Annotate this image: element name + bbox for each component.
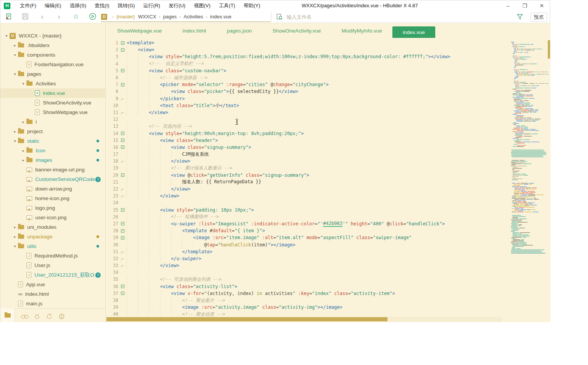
code-line-36[interactable]: 36<view class="activity-list">	[106, 283, 510, 290]
fold-marker-icon[interactable]	[118, 139, 127, 142]
code-line-33[interactable]: 33</view>	[106, 262, 510, 269]
code-line-27[interactable]: 27<u-swiper :list="ImagesList" :indicato…	[106, 220, 510, 227]
breadcrumb-segment-0[interactable]: WXXCX	[138, 14, 156, 20]
code-line-31[interactable]: 31</template>	[106, 248, 510, 255]
code-line-28[interactable]: 28<template #default="{ item }">	[106, 227, 510, 234]
menu-item-2[interactable]: 选择(S)	[65, 1, 90, 11]
fold-marker-icon[interactable]	[118, 285, 127, 288]
horizontal-scrollbar-thumb[interactable]	[106, 317, 387, 321]
code-line-30[interactable]: 30@tap="handleClick(item)"></image>	[106, 241, 510, 248]
tree-item-user-2024121215-o...[interactable]: JUser_2024121215_获取O...?	[0, 270, 105, 280]
tree-item-components[interactable]: ▾components	[0, 50, 105, 60]
tree-item-static[interactable]: ▾static	[0, 136, 105, 146]
tree-item-banner-image-url.png[interactable]: banner-image-url.png	[0, 165, 105, 174]
code-line-16[interactable]: 16<view class="signup-summary">	[106, 144, 510, 151]
tree-item-requiredmethod.js[interactable]: JRequiredMethod.js	[0, 251, 105, 261]
code-line-6[interactable]: 6<!-- 城市选择器 -->	[106, 74, 510, 81]
fold-marker-icon[interactable]	[118, 48, 127, 52]
search-pane-icon[interactable]	[19, 311, 31, 322]
code-line-7[interactable]: 7<picker mode="selector" :range="cities"…	[106, 81, 510, 88]
code-line-12[interactable]: 12	[106, 116, 510, 123]
close-icon[interactable]: ✕	[538, 3, 545, 9]
chevron-right-icon[interactable]: ▸	[20, 148, 26, 153]
editor-tab-modifymyinfo-vue[interactable]: ModifyMyInfo.vue	[331, 24, 392, 38]
fold-marker-icon[interactable]	[118, 145, 127, 149]
chevron-right-icon[interactable]: ▸	[12, 235, 18, 239]
code-line-13[interactable]: 13<!-- 页面内容 -->	[106, 123, 510, 130]
menu-item-5[interactable]: 运行(R)	[139, 1, 164, 11]
tree-item-logo.png[interactable]: logo.png	[0, 203, 105, 213]
code-view[interactable]: 1<template>2<view>3<view style="height:5…	[106, 39, 510, 318]
tree-item-showoneactivity.vue[interactable]: VShowOneActivity.vue	[0, 98, 105, 108]
tree-item-project[interactable]: ▸project	[0, 127, 105, 136]
code-line-26[interactable]: 26<!-- 轮播图组件 -->	[106, 213, 510, 220]
tree-item-images[interactable]: ▸images	[0, 155, 105, 165]
menu-item-6[interactable]: 发行(U)	[164, 1, 189, 11]
code-line-1[interactable]: 1<template>	[106, 39, 510, 46]
editor-tab-index-vue[interactable]: index.vue	[392, 26, 435, 38]
code-line-2[interactable]: 2<view>	[106, 46, 510, 53]
tree-item-home-icon.png[interactable]: home-icon.png	[0, 194, 105, 203]
web-globe-icon[interactable]	[56, 311, 68, 322]
save-icon[interactable]	[21, 12, 29, 21]
fold-marker-icon[interactable]	[118, 132, 127, 135]
breadcrumb-segment-1[interactable]: pages	[163, 14, 176, 20]
tree-item-app.vue[interactable]: VApp.vue	[0, 280, 105, 289]
code-line-15[interactable]: 15<view class="header">	[106, 137, 510, 144]
code-line-5[interactable]: 5<view class="custom-navbar">	[106, 67, 510, 74]
code-line-25[interactable]: 25<view style="padding: 10px 10px;">	[106, 207, 510, 213]
tree-item-.hbuilderx[interactable]: ▸.hbuilderx	[0, 41, 105, 50]
fold-marker-icon[interactable]	[118, 208, 127, 212]
menu-item-9[interactable]: 帮助(Y)	[239, 1, 264, 11]
fold-marker-icon[interactable]	[118, 222, 127, 225]
filter-funnel-icon[interactable]	[516, 13, 523, 20]
code-line-34[interactable]: 34	[106, 269, 510, 276]
file-search[interactable]	[273, 12, 518, 22]
menu-item-1[interactable]: 编辑(E)	[41, 1, 65, 11]
breadcrumb-branch[interactable]: {master}	[116, 14, 135, 20]
editor-tab-showwebpage-vue[interactable]: ShowWebpage.vue	[107, 24, 172, 38]
code-line-24[interactable]: 24	[106, 199, 510, 206]
code-line-9[interactable]: 9</picker>	[106, 95, 510, 102]
tree-item-activities[interactable]: ▾Activities	[0, 79, 105, 88]
run-icon[interactable]	[88, 12, 97, 21]
debug-bug-icon[interactable]	[31, 311, 43, 322]
chevron-down-icon[interactable]: ▾	[20, 81, 26, 86]
preview-button[interactable]: 预览	[531, 13, 547, 22]
fold-marker-icon[interactable]	[118, 69, 127, 72]
minimap[interactable]	[510, 39, 548, 322]
tree-item-customerserviceqrcode...[interactable]: CustomerServiceQRCode...?	[0, 174, 105, 184]
code-line-17[interactable]: 17CJM报名系统	[106, 151, 510, 158]
menu-item-0[interactable]: 文件(F)	[16, 1, 41, 11]
chevron-down-icon[interactable]: ▾	[12, 139, 18, 143]
code-line-32[interactable]: 32</u-swiper>	[106, 255, 510, 262]
chevron-down-icon[interactable]: ▾	[3, 34, 10, 38]
history-refresh-icon[interactable]	[43, 311, 56, 322]
tree-item-unpackage[interactable]: ▸unpackage	[0, 232, 105, 241]
chevron-right-icon[interactable]: ▸	[12, 43, 18, 47]
forward-icon[interactable]: ›	[55, 12, 63, 21]
code-line-23[interactable]: 23</view>	[106, 192, 510, 199]
chevron-down-icon[interactable]: ▾	[12, 72, 18, 76]
horizontal-scrollbar[interactable]	[106, 317, 502, 322]
tree-item-index.vue[interactable]: Vindex.vue	[0, 88, 105, 98]
fold-marker-icon[interactable]	[118, 173, 127, 177]
bookmark-star-icon[interactable]: ☆	[72, 12, 80, 21]
new-file-icon[interactable]	[4, 12, 13, 21]
code-line-39[interactable]: 39<image :src="activity.image" class="ac…	[106, 304, 510, 311]
chevron-right-icon[interactable]: ▸	[12, 129, 18, 134]
code-line-35[interactable]: 35<!-- 可滚动的聚会列表 -->	[106, 276, 510, 283]
fold-marker-icon[interactable]	[118, 229, 127, 233]
tree-item-i[interactable]: ▸i	[0, 117, 105, 127]
minimize-icon[interactable]: –	[505, 3, 511, 9]
files-pane-tab[interactable]	[0, 308, 15, 322]
fold-marker-icon[interactable]	[118, 83, 127, 86]
chevron-right-icon[interactable]: ▸	[12, 225, 18, 229]
editor-tab-showoneactivity-vue[interactable]: ShowOneActivity.vue	[262, 24, 332, 38]
breadcrumb-segment-2[interactable]: Activities	[184, 14, 203, 20]
tree-item-pages[interactable]: ▾pages	[0, 69, 105, 79]
code-line-20[interactable]: 20<view @click="getUserInfo" class="sign…	[106, 172, 510, 179]
menu-item-7[interactable]: 视图(V)	[189, 1, 214, 11]
editor-tab-index-html[interactable]: index.html	[172, 24, 217, 38]
menu-item-8[interactable]: 工具(T)	[215, 1, 240, 11]
